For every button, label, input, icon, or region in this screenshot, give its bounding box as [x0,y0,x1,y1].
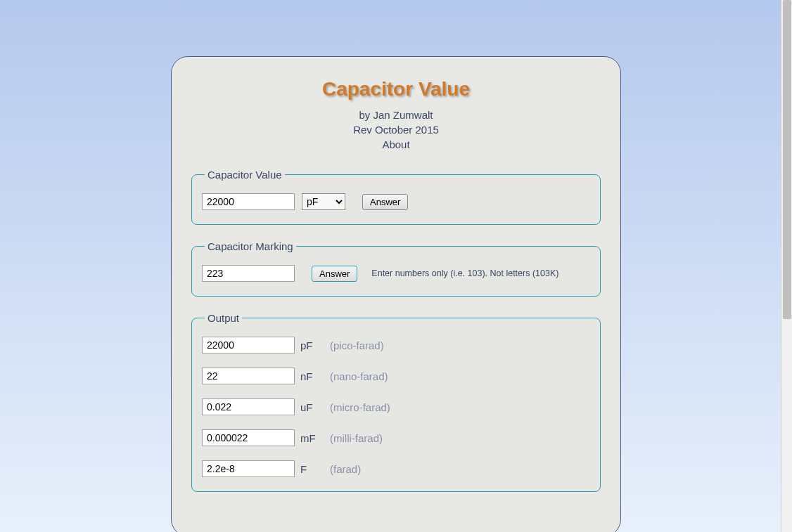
main-panel: Capacitor Value by Jan Zumwalt Rev Octob… [171,56,621,532]
unit-select[interactable]: pF [302,193,345,210]
marking-hint: Enter numbers only (i.e. 103). Not lette… [371,268,558,278]
scrollbar[interactable] [781,0,792,532]
output-uf-desc: (micro-farad) [330,401,390,413]
output-mf-value[interactable] [202,429,295,446]
capacitor-value-legend: Capacitor Value [205,169,285,181]
output-mf-unit: mF [300,432,320,444]
subtitle-block: by Jan Zumwalt Rev October 2015 About [191,108,601,152]
output-pf-unit: pF [300,339,320,351]
output-row-uf: uF (micro-farad) [202,398,590,415]
capacitor-marking-legend: Capacitor Marking [205,240,296,252]
output-mf-desc: (milli-farad) [330,432,383,444]
output-pf-desc: (pico-farad) [330,339,384,351]
page-title: Capacitor Value [191,78,601,100]
output-legend: Output [205,312,242,324]
output-row-nf: nF (nano-farad) [202,368,590,384]
output-f-desc: (farad) [330,463,361,475]
output-nf-value[interactable] [202,368,295,384]
output-row-mf: mF (milli-farad) [202,429,590,446]
output-uf-unit: uF [300,401,320,413]
capacitor-value-fieldset: Capacitor Value pF Answer [191,169,601,225]
output-nf-unit: nF [300,370,320,382]
output-f-unit: F [300,463,320,475]
author-line: by Jan Zumwalt [191,108,601,122]
output-f-value[interactable] [202,460,295,477]
capacitor-value-input[interactable] [202,193,295,210]
marking-answer-button[interactable]: Answer [312,266,357,282]
revision-line: Rev October 2015 [191,122,601,137]
capacitor-marking-fieldset: Capacitor Marking Answer Enter numbers o… [191,240,601,297]
output-uf-value[interactable] [202,398,295,415]
output-pf-value[interactable] [202,337,295,353]
about-link[interactable]: About [382,138,409,150]
marking-input[interactable] [202,265,295,282]
output-row-f: F (farad) [202,460,590,477]
output-nf-desc: (nano-farad) [330,370,388,382]
scrollbar-thumb[interactable] [783,0,791,319]
value-answer-button[interactable]: Answer [362,194,408,210]
output-fieldset: Output pF (pico-farad) nF (nano-farad) u… [191,312,601,492]
output-row-pf: pF (pico-farad) [202,337,590,353]
